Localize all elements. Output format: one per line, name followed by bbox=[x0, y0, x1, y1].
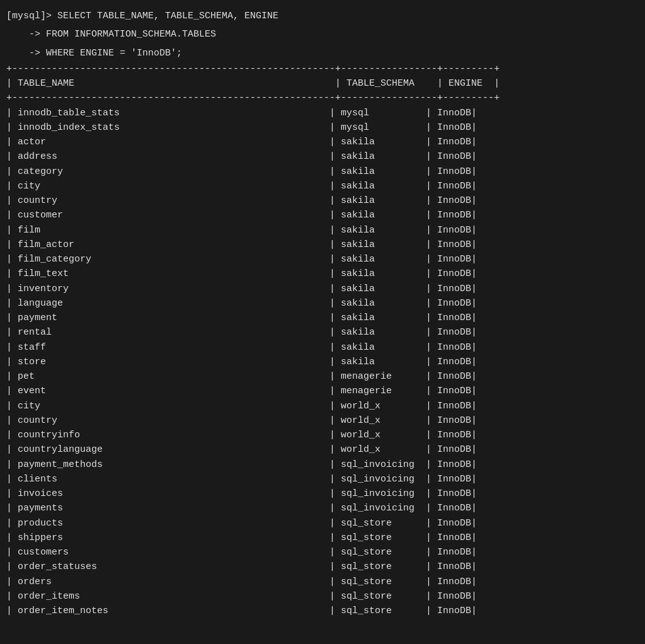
prompt-line-1: [mysql]> SELECT TABLE_NAME, TABLE_SCHEMA… bbox=[0, 6, 645, 25]
table-row: | payment_methods | sql_invoicing | Inno… bbox=[0, 457, 645, 472]
header-divider: +---------------------------------------… bbox=[0, 91, 645, 105]
table-row: | event | menagerie | InnoDB| bbox=[0, 384, 645, 398]
top-divider: +---------------------------------------… bbox=[0, 62, 645, 76]
table-row: | actor | sakila | InnoDB| bbox=[0, 135, 645, 149]
table-header: | TABLE_NAME | TABLE_SCHEMA | ENGINE | bbox=[0, 76, 645, 91]
table-row: | invoices | sql_invoicing | InnoDB| bbox=[0, 486, 645, 501]
table-row: | products | sql_store | InnoDB| bbox=[0, 516, 645, 531]
table-row: | film_text | sakila | InnoDB| bbox=[0, 267, 645, 281]
table-row: | country | sakila | InnoDB| bbox=[0, 193, 645, 208]
table-row: | order_item_notes | sql_store | InnoDB| bbox=[0, 604, 645, 618]
table-row: | film_category | sakila | InnoDB| bbox=[0, 252, 645, 267]
table-row: | staff | sakila | InnoDB| bbox=[0, 340, 645, 355]
table-row: | store | sakila | InnoDB| bbox=[0, 355, 645, 369]
table-row: | address | sakila | InnoDB| bbox=[0, 149, 645, 164]
table-row: | payments | sql_invoicing | InnoDB| bbox=[0, 501, 645, 515]
table-row: | orders | sql_store | InnoDB| bbox=[0, 575, 645, 589]
table-row: | shippers | sql_store | InnoDB| bbox=[0, 531, 645, 545]
table-row: | innodb_table_stats | mysql | InnoDB| bbox=[0, 106, 645, 120]
table-body: | innodb_table_stats | mysql | InnoDB|| … bbox=[0, 106, 645, 619]
table-row: | payment | sakila | InnoDB| bbox=[0, 311, 645, 325]
table-row: | city | world_x | InnoDB| bbox=[0, 399, 645, 413]
table-row: | rental | sakila | InnoDB| bbox=[0, 325, 645, 340]
table-row: | clients | sql_invoicing | InnoDB| bbox=[0, 472, 645, 486]
table-row: | pet | menagerie | InnoDB| bbox=[0, 369, 645, 384]
table-row: | countrylanguage | world_x | InnoDB| bbox=[0, 442, 645, 457]
table-row: | customers | sql_store | InnoDB| bbox=[0, 545, 645, 560]
table-row: | country | world_x | InnoDB| bbox=[0, 413, 645, 428]
table-row: | order_items | sql_store | InnoDB| bbox=[0, 589, 645, 604]
prompt-line-2: -> FROM INFORMATION_SCHEMA.TABLES bbox=[0, 25, 645, 43]
table-row: | order_statuses | sql_store | InnoDB| bbox=[0, 560, 645, 574]
table-row: | countryinfo | world_x | InnoDB| bbox=[0, 428, 645, 442]
table-row: | city | sakila | InnoDB| bbox=[0, 179, 645, 193]
table-row: | inventory | sakila | InnoDB| bbox=[0, 282, 645, 296]
terminal-window: [mysql]> SELECT TABLE_NAME, TABLE_SCHEMA… bbox=[0, 0, 645, 624]
table-row: | category | sakila | InnoDB| bbox=[0, 164, 645, 179]
prompt-line-3: -> WHERE ENGINE = 'InnoDB'; bbox=[0, 43, 645, 62]
table-row: | film_actor | sakila | InnoDB| bbox=[0, 238, 645, 252]
table-row: | customer | sakila | InnoDB| bbox=[0, 208, 645, 222]
table-row: | language | sakila | InnoDB| bbox=[0, 296, 645, 311]
table-row: | innodb_index_stats | mysql | InnoDB| bbox=[0, 120, 645, 135]
table-row: | film | sakila | InnoDB| bbox=[0, 223, 645, 238]
